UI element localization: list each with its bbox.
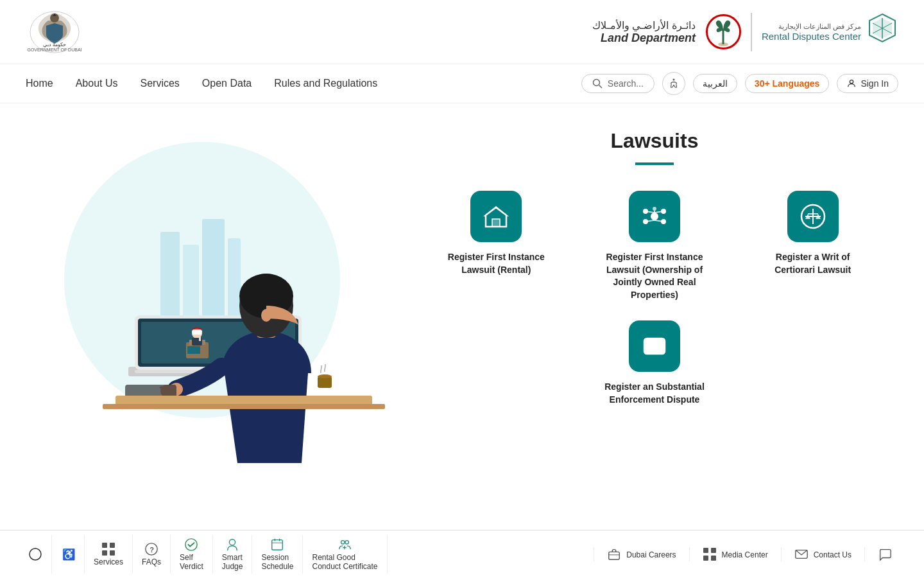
svg-point-76 [341,541,345,545]
grid-icon [101,542,116,556]
navigation: Home About Us Services Open Data Rules a… [0,64,924,103]
service-icon-enforcement [629,320,680,372]
nav-open-data[interactable]: Open Data [202,78,252,89]
gov-logo: GOVERNMENT OF DUBAI حكومة دبي [26,8,83,56]
arabic-button[interactable]: العربية [693,74,737,93]
svg-point-35 [261,309,271,322]
svg-rect-85 [711,556,716,561]
land-dept-brand: دائـرة الأراضـي والأمـلاك Land Departmen… [592,14,741,49]
svg-point-5 [718,42,728,46]
services-bottom-row: Register an Substantial Enforcement Disp… [424,320,886,406]
footer-judge-label: SmartJudge [222,553,243,571]
house-icon [482,202,510,231]
chat-icon [878,547,892,561]
svg-point-11 [593,80,599,86]
footer-contact-us[interactable]: Contact Us [781,547,864,561]
footer-services[interactable]: Services [85,535,133,574]
circle-icon [28,547,42,561]
footer-media-label: Media Center [722,550,768,559]
svg-point-14 [850,80,853,83]
footer-accessibility[interactable]: ♿ [52,535,85,574]
footer-services-label: Services [94,557,123,566]
title-underline [635,162,674,165]
footer-contact-label: Contact Us [814,550,851,559]
signin-label: Sign In [860,78,889,89]
service-label-rental: Register First Instance Lawsuit (Rental) [445,251,547,276]
svg-rect-67 [110,550,115,556]
service-writ[interactable]: Register a Writ of Certiorari Lawsuit [740,191,886,301]
network-icon [640,202,669,231]
footer-smart-judge[interactable]: SmartJudge [213,535,253,574]
accessibility-button[interactable] [662,72,685,95]
svg-rect-27 [199,336,201,341]
svg-rect-65 [110,543,115,548]
svg-text:GOVERNMENT OF DUBAI: GOVERNMENT OF DUBAI [27,48,81,52]
user-icon [846,78,857,89]
rdc-logo-icon [866,13,898,51]
rdc-english: Rental Disputes Center [762,31,861,42]
footer-media-center[interactable]: Media Center [689,547,781,561]
media-icon [703,547,717,561]
svg-rect-72 [272,540,283,550]
footer-dubai-careers[interactable]: Dubai Careers [594,547,689,561]
footer-session-label: SessionSchedule [261,553,293,571]
verdict-icon [184,538,198,552]
footer-chat[interactable] [864,547,905,561]
accessibility-icon [668,78,680,89]
svg-rect-64 [102,543,107,548]
svg-line-12 [599,85,602,89]
svg-point-51 [653,207,656,211]
accessibility-footer-icon: ♿ [61,547,75,561]
svg-rect-18 [228,238,241,328]
svg-rect-40 [492,219,500,227]
svg-text:حكومة دبي: حكومة دبي [43,42,66,48]
rental-cert-icon [338,538,352,552]
search-box[interactable]: Search... [581,74,654,93]
footer-faqs[interactable]: ? FAQs [133,535,171,574]
search-label: Search... [608,78,644,89]
signin-button[interactable]: Sign In [837,74,898,93]
footer-left: ♿ Services ? FAQs SelfVerdict [19,536,388,573]
svg-point-77 [345,541,349,545]
enforcement-icon [640,332,669,360]
brand-logos: دائـرة الأراضـي والأمـلاك Land Departmen… [592,13,898,51]
nav-services[interactable]: Services [141,78,180,89]
nav-about[interactable]: About Us [76,78,118,89]
footer-verdict-label: SelfVerdict [180,553,203,571]
svg-rect-38 [103,404,385,409]
search-icon [592,78,603,89]
svg-point-62 [30,548,41,560]
footer-circle[interactable] [19,535,52,574]
footer-careers-label: Dubai Careers [626,550,676,559]
footer-right: Dubai Careers Media Center Contact Us [594,536,905,573]
hero-svg [64,168,385,463]
svg-rect-37 [116,396,372,405]
service-label-enforcement: Register an Substantial Enforcement Disp… [603,381,706,406]
palm-logo [706,14,741,49]
footer-session[interactable]: SessionSchedule [252,535,303,574]
service-icon-writ [787,191,839,242]
main-content: Lawsuits Register First Instance Lawsuit… [0,103,924,527]
svg-point-42 [651,213,658,220]
service-enforcement[interactable]: Register an Substantial Enforcement Disp… [603,320,706,406]
language-button[interactable]: 30+ Languages [745,74,830,93]
svg-text:♿: ♿ [62,548,75,561]
service-icon-rental [470,191,522,242]
services-top-grid: Register First Instance Lawsuit (Rental) [424,191,886,301]
faq-icon: ? [144,542,158,556]
svg-rect-83 [711,548,716,553]
footer-self-verdict[interactable]: SelfVerdict [171,535,213,574]
footer: ♿ Services ? FAQs SelfVerdict [0,530,924,578]
footer-rental-cert-label: Rental GoodConduct Certificate [312,553,377,571]
svg-rect-28 [187,346,200,354]
section-title: Lawsuits [424,129,886,153]
footer-rental-cert[interactable]: Rental GoodConduct Certificate [303,535,387,574]
nav-home[interactable]: Home [26,78,53,89]
service-register-jointly[interactable]: Register First Instance Lawsuit (Ownersh… [582,191,728,301]
svg-rect-17 [202,219,225,328]
footer-faqs-label: FAQs [142,557,161,566]
nav-rules[interactable]: Rules and Regulations [274,78,377,89]
service-register-rental[interactable]: Register First Instance Lawsuit (Rental) [424,191,569,301]
header-left: GOVERNMENT OF DUBAI حكومة دبي [26,8,83,56]
svg-rect-82 [703,548,708,553]
